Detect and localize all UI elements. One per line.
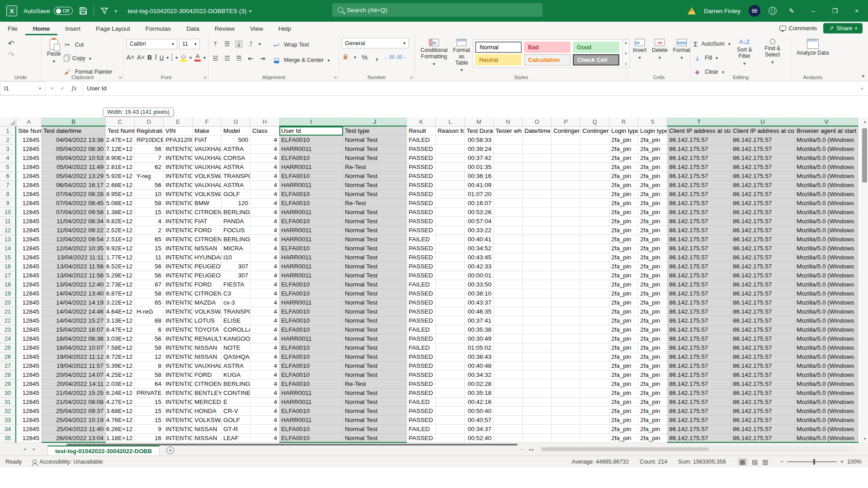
cell-J30[interactable]: Normal Test: [343, 389, 407, 398]
confirm-entry-icon[interactable]: ✓: [61, 85, 66, 92]
cell-I31[interactable]: HARR0011: [279, 398, 343, 407]
cell-K3[interactable]: PASSED: [407, 145, 436, 154]
cell-K19[interactable]: PASSED: [407, 289, 436, 298]
row-header-18[interactable]: 18: [0, 280, 16, 289]
sort-filter-button[interactable]: A↓Z Sort & Filter▾: [731, 38, 759, 67]
cell-E6[interactable]: INTENTIOI: [164, 172, 193, 181]
cell-S26[interactable]: 2fa_pin: [638, 352, 667, 361]
cell-J17[interactable]: Normal Test: [343, 271, 407, 280]
cell-M29[interactable]: 00:02:28: [465, 380, 494, 389]
cell-R2[interactable]: 2fa_pin: [609, 136, 638, 145]
cell-M5[interactable]: 00:01:35: [465, 163, 494, 172]
column-header-G[interactable]: G: [222, 117, 250, 127]
column-header-E[interactable]: E: [164, 117, 193, 127]
cell-K17[interactable]: PASSED: [407, 271, 436, 280]
cell-I9[interactable]: ELFA0010: [279, 199, 343, 208]
cell-I32[interactable]: ELFA0010: [279, 407, 343, 416]
cell-G9[interactable]: 120: [222, 199, 250, 208]
cell-K24[interactable]: PASSED: [407, 334, 436, 343]
cell-L23[interactable]: [436, 325, 465, 334]
cell-D35[interactable]: 16: [135, 434, 164, 443]
conditional-formatting-button[interactable]: Conditional Formatting▾: [418, 38, 450, 67]
row-header-27[interactable]: 27: [0, 361, 16, 371]
cell-F11[interactable]: FIAT: [193, 217, 222, 226]
row-header-15[interactable]: 15: [0, 253, 16, 262]
cell-E12[interactable]: INTENTIOI: [164, 226, 193, 235]
cell-S16[interactable]: 2fa_pin: [638, 262, 667, 271]
cell-N18[interactable]: [494, 280, 523, 289]
cell-I29[interactable]: ELFA0010: [279, 380, 343, 389]
find-select-button[interactable]: Find & Select▾: [759, 38, 787, 66]
cell-J23[interactable]: Normal Test: [343, 325, 407, 334]
cell-C8[interactable]: 8.95E+12: [106, 190, 135, 199]
row-header-7[interactable]: 7: [0, 181, 16, 190]
cell-style-calculation[interactable]: Calculation: [524, 54, 571, 66]
row-header-33[interactable]: 33: [0, 416, 16, 425]
column-header-J[interactable]: J: [343, 117, 407, 127]
cell-D27[interactable]: 8: [135, 361, 164, 371]
cell-A14[interactable]: 12845: [16, 244, 42, 253]
cell-F14[interactable]: NISSAN: [193, 244, 222, 253]
cell-M17[interactable]: 00:00:01: [465, 271, 494, 280]
cell-C35[interactable]: 1.18E+12: [106, 434, 135, 443]
cell-V10[interactable]: Mozilla/5.0 (Windows: [795, 208, 859, 217]
cell-J19[interactable]: Normal Test: [343, 289, 407, 298]
cell-M28[interactable]: 00:34:32: [465, 371, 494, 380]
column-header-K[interactable]: K: [407, 117, 436, 127]
user-name[interactable]: Darren Finley: [704, 8, 741, 14]
cell-J12[interactable]: Normal Test: [343, 226, 407, 235]
column-header-B[interactable]: B: [42, 117, 106, 127]
increase-decimal-icon[interactable]: ←.00: [385, 53, 393, 61]
cell-C3[interactable]: 7.12E+12: [106, 145, 135, 154]
cell-D29[interactable]: 64: [135, 380, 164, 389]
cell-L17[interactable]: [436, 271, 465, 280]
delete-cells-button[interactable]: Delete▾: [649, 38, 670, 61]
cell-O19[interactable]: [523, 289, 552, 298]
zoom-level[interactable]: 100%: [847, 459, 862, 465]
row-header-12[interactable]: 12: [0, 226, 16, 235]
cell-F34[interactable]: NISSAN: [193, 425, 222, 434]
cell-O12[interactable]: [523, 226, 552, 235]
cell-B2[interactable]: 04/04/2022 13:38: [42, 136, 106, 145]
cell-L5[interactable]: [436, 163, 465, 172]
cell-P13[interactable]: [552, 235, 580, 244]
cell-Q26[interactable]: [580, 352, 609, 361]
column-header-M[interactable]: M: [465, 117, 494, 127]
cell-Q5[interactable]: [580, 163, 609, 172]
cell-A34[interactable]: 12845: [16, 425, 42, 434]
cell-O34[interactable]: [523, 425, 552, 434]
cell-D14[interactable]: 15: [135, 244, 164, 253]
cell-V30[interactable]: Mozilla/5.0 (Windows: [795, 389, 859, 398]
cell-L15[interactable]: [436, 253, 465, 262]
cell-G7[interactable]: ASTRA: [222, 181, 250, 190]
cell-V12[interactable]: Mozilla/5.0 (Windows: [795, 226, 859, 235]
cell-B1[interactable]: Test date/time: [42, 127, 106, 136]
cell-F28[interactable]: FORD: [193, 371, 222, 380]
cell-A29[interactable]: 12845: [16, 380, 42, 389]
cell-K15[interactable]: PASSED: [407, 253, 436, 262]
cell-P17[interactable]: [552, 271, 580, 280]
italic-button[interactable]: I: [155, 54, 157, 61]
cell-E32[interactable]: INTENTIOI: [164, 407, 193, 416]
cell-O17[interactable]: [523, 271, 552, 280]
cell-F33[interactable]: VOLKSWA: [193, 416, 222, 425]
row-header-35[interactable]: 35: [0, 434, 16, 443]
cell-C29[interactable]: 2.03E+12: [106, 380, 135, 389]
cell-Q30[interactable]: [580, 389, 609, 398]
cell-H31[interactable]: 4: [250, 398, 279, 407]
cell-M25[interactable]: 01:05:02: [465, 343, 494, 352]
scrollbar-splitter[interactable]: ⋯ ◂▸: [520, 447, 536, 452]
cell-G32[interactable]: CR-V: [222, 407, 250, 416]
cell-I6[interactable]: ELFA0010: [279, 172, 343, 181]
cell-V33[interactable]: Mozilla/5.0 (Windows: [795, 416, 859, 425]
cell-Q8[interactable]: [580, 190, 609, 199]
cell-V22[interactable]: Mozilla/5.0 (Windows: [795, 316, 859, 325]
cell-J13[interactable]: Normal Test: [343, 235, 407, 244]
cell-R4[interactable]: 2fa_pin: [609, 154, 638, 163]
restore-button[interactable]: ❐: [828, 7, 842, 14]
cell-E27[interactable]: INTENTIOI: [164, 361, 193, 371]
cell-R31[interactable]: 2fa_pin: [609, 398, 638, 407]
column-header-A[interactable]: A: [16, 117, 42, 127]
vertical-scrollbar-thumb[interactable]: [862, 128, 867, 183]
cell-I35[interactable]: ELFA0010: [279, 434, 343, 443]
